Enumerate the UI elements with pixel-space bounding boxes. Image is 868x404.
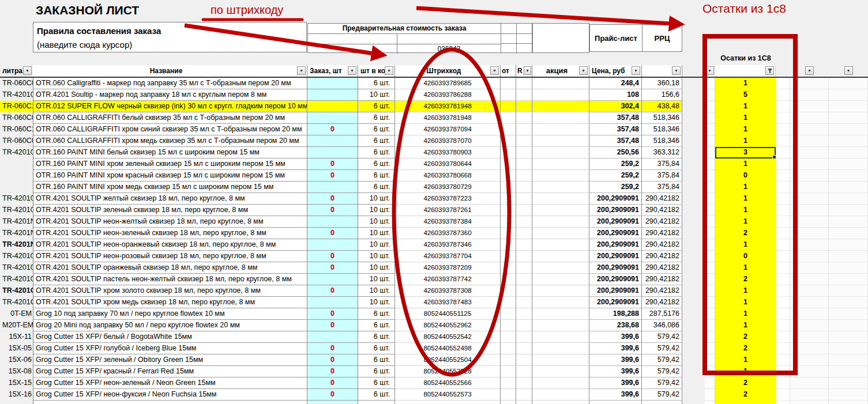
cell-gap[interactable] — [682, 285, 705, 297]
cell-ot[interactable] — [501, 135, 516, 147]
cell-order[interactable] — [307, 78, 358, 89]
cell-order[interactable] — [307, 182, 358, 193]
cell-r[interactable] — [516, 354, 532, 366]
cell-stock[interactable]: 1 — [715, 285, 776, 297]
cell-aktsiya[interactable] — [532, 112, 589, 124]
cell-r[interactable] — [516, 216, 532, 228]
cell-empty[interactable] — [776, 285, 790, 297]
cell-r[interactable] — [516, 320, 532, 331]
cell-r[interactable] — [516, 158, 532, 170]
cell-order[interactable] — [307, 101, 358, 112]
cell-rrc[interactable]: 360,18 — [642, 78, 682, 89]
cell-barcode[interactable]: 4260393780903 — [395, 147, 501, 158]
cell-gap[interactable] — [682, 158, 705, 170]
cell-price[interactable]: 399,6 — [589, 366, 642, 377]
cell-empty[interactable] — [829, 366, 868, 377]
cell-empty[interactable] — [790, 262, 829, 274]
cell-ot[interactable] — [501, 205, 516, 216]
cell-perbox[interactable]: 6 шт. — [358, 389, 395, 401]
cell-perbox[interactable]: 6 шт. — [358, 366, 395, 377]
cell-empty[interactable] — [790, 239, 829, 251]
cell-barcode[interactable]: 4260393787308 — [395, 285, 501, 297]
cell-article[interactable]: TR-4201028 — [0, 193, 33, 205]
cell-price[interactable]: 200,2909091 — [589, 193, 642, 205]
cell-perbox[interactable]: 10 шт. — [358, 89, 395, 101]
cell-empty[interactable] — [829, 285, 868, 297]
cell-empty[interactable] — [776, 101, 790, 112]
cell-order[interactable]: 0 — [307, 170, 358, 182]
cell-empty[interactable] — [829, 78, 868, 89]
cell-order[interactable] — [307, 89, 358, 101]
cell-stock[interactable]: 5 — [715, 89, 776, 101]
cell-empty[interactable] — [776, 228, 790, 239]
cell-order[interactable] — [307, 135, 358, 147]
cell-order[interactable] — [307, 147, 358, 158]
cell-order[interactable]: 0 — [307, 285, 358, 297]
cell-empty[interactable] — [790, 274, 829, 285]
cell-r[interactable] — [516, 135, 532, 147]
cell-stock[interactable]: 1 — [715, 135, 776, 147]
cell-empty[interactable] — [705, 216, 715, 228]
cell-empty[interactable] — [790, 193, 829, 205]
cell-empty[interactable] — [790, 89, 829, 101]
cell-stock[interactable]: 2 — [715, 228, 776, 239]
cell-name[interactable] — [33, 401, 307, 404]
cell-ot[interactable] — [501, 262, 516, 274]
cell-aktsiya[interactable] — [532, 135, 589, 147]
cell-empty[interactable] — [790, 389, 829, 401]
cell-r[interactable] — [516, 308, 532, 320]
filter-dropdown-button[interactable]: ▼ — [385, 66, 393, 75]
cell-empty[interactable] — [829, 158, 868, 170]
cell-empty[interactable] — [776, 320, 790, 331]
cell-barcode[interactable]: 4260393780644 — [395, 158, 501, 170]
cell-r[interactable] — [516, 193, 532, 205]
cell-barcode[interactable]: 4260393787704 — [395, 251, 501, 262]
cell-name[interactable]: OTR.060 CALLIGRAFFITI хром медь сквизер … — [33, 135, 307, 147]
cell-r[interactable] — [516, 239, 532, 251]
cell-price[interactable]: 399,6 — [589, 377, 642, 389]
filter-dropdown-button[interactable]: ▼ — [490, 66, 499, 75]
cell-perbox[interactable]: 10 шт. — [358, 285, 395, 297]
cell-gap[interactable] — [682, 216, 705, 228]
cell-empty[interactable] — [705, 377, 715, 389]
cell-rrc[interactable]: 579,42 — [642, 377, 682, 389]
cell-barcode[interactable]: 4260393787261 — [395, 205, 501, 216]
cell-stock[interactable]: 2 — [715, 389, 776, 401]
cell-stock[interactable]: 0 — [715, 251, 776, 262]
cell-empty[interactable] — [790, 251, 829, 262]
cell-barcode[interactable]: 4260393787742 — [395, 274, 501, 285]
cell-gap[interactable] — [682, 274, 705, 285]
cell-ot[interactable] — [501, 216, 516, 228]
cell-article[interactable]: 15X-06 — [0, 354, 33, 366]
cell-perbox[interactable]: 6 шт. — [358, 124, 395, 135]
cell-perbox[interactable]: 6 шт. — [358, 320, 395, 331]
cell-empty[interactable] — [790, 124, 829, 135]
cell-name[interactable]: Grog Cutter 15 XFP/ неон-зеленый / Neon … — [33, 377, 307, 389]
cell-aktsiya[interactable] — [532, 262, 589, 274]
cell-ot[interactable] — [501, 101, 516, 112]
cell-gap[interactable] — [682, 239, 705, 251]
cell-empty[interactable] — [829, 170, 868, 182]
cell-aktsiya[interactable] — [532, 401, 589, 404]
cell-rrc[interactable]: 438,48 — [642, 101, 682, 112]
cell-empty[interactable] — [776, 308, 790, 320]
cell-ot[interactable] — [501, 239, 516, 251]
cell-name[interactable]: OTR.060 CALLIGRAFFITI белый сквизер 35 м… — [33, 112, 307, 124]
cell-article[interactable]: TR-4201C03 — [0, 285, 33, 297]
cell-order[interactable]: 0 — [307, 389, 358, 401]
cell-aktsiya[interactable] — [532, 285, 589, 297]
cell-barcode[interactable]: 8052440552498 — [395, 343, 501, 354]
cell-stock[interactable]: 2 — [715, 274, 776, 285]
cell-empty[interactable] — [705, 331, 715, 343]
cell-r[interactable] — [516, 401, 532, 404]
cell-ot[interactable] — [501, 354, 516, 366]
filter-dropdown-button[interactable]: ▼ — [632, 66, 640, 75]
cell-barcode[interactable]: 4260393787346 — [395, 239, 501, 251]
cell-article[interactable]: 15X-11 — [0, 331, 33, 343]
cell-empty[interactable] — [776, 89, 790, 101]
cell-empty[interactable] — [790, 377, 829, 389]
cell-price[interactable]: 200,2909091 — [589, 297, 642, 308]
cell-ot[interactable] — [501, 343, 516, 354]
cell-perbox[interactable]: 10 шт. — [358, 193, 395, 205]
cell-empty[interactable] — [776, 78, 790, 89]
